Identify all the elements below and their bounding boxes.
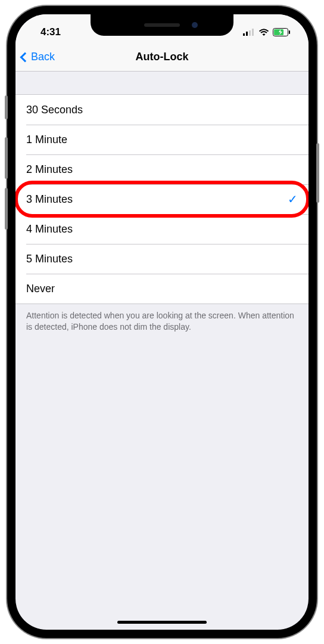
- option-label: 5 Minutes: [26, 253, 73, 265]
- front-camera: [192, 22, 198, 28]
- svg-rect-0: [243, 33, 245, 36]
- nav-bar: Back Auto-Lock: [15, 43, 309, 72]
- option-label: 1 Minute: [26, 134, 67, 146]
- svg-rect-3: [252, 29, 254, 36]
- option-label: 2 Minutes: [26, 163, 73, 176]
- status-icons: [243, 28, 291, 36]
- option-label: Never: [26, 283, 55, 295]
- option-label: 30 Seconds: [26, 104, 83, 116]
- option-row[interactable]: Never: [15, 274, 309, 304]
- option-label: 4 Minutes: [26, 223, 73, 236]
- status-time: 4:31: [40, 26, 61, 38]
- page-title: Auto-Lock: [136, 51, 189, 63]
- volume-down-button: [5, 188, 8, 230]
- volume-up-button: [5, 137, 8, 179]
- back-button[interactable]: Back: [21, 51, 55, 63]
- back-label: Back: [31, 51, 55, 63]
- wifi-icon: [258, 29, 269, 36]
- battery-icon: [273, 28, 291, 36]
- screen: 4:31: [15, 14, 309, 630]
- option-row[interactable]: 5 Minutes: [15, 244, 309, 274]
- content-area: 30 Seconds1 Minute2 Minutes3 Minutes✓4 M…: [15, 72, 309, 339]
- side-button: [316, 143, 319, 203]
- notch: [91, 14, 233, 36]
- option-row[interactable]: 4 Minutes: [15, 214, 309, 244]
- svg-rect-2: [249, 30, 251, 36]
- phone-frame: 4:31: [7, 6, 317, 638]
- option-row[interactable]: 30 Seconds: [15, 95, 309, 125]
- chevron-left-icon: [20, 52, 30, 62]
- cellular-icon: [243, 29, 255, 36]
- silent-switch: [5, 95, 8, 119]
- option-row[interactable]: 3 Minutes✓: [15, 184, 309, 214]
- speaker: [144, 23, 180, 27]
- option-label: 3 Minutes: [26, 193, 73, 206]
- options-list: 30 Seconds1 Minute2 Minutes3 Minutes✓4 M…: [15, 94, 309, 304]
- svg-rect-1: [246, 32, 248, 36]
- home-indicator[interactable]: [117, 621, 207, 624]
- footer-note: Attention is detected when you are looki…: [15, 304, 309, 339]
- option-row[interactable]: 1 Minute: [15, 125, 309, 154]
- option-row[interactable]: 2 Minutes: [15, 154, 309, 184]
- svg-rect-6: [289, 30, 290, 34]
- checkmark-icon: ✓: [288, 192, 298, 206]
